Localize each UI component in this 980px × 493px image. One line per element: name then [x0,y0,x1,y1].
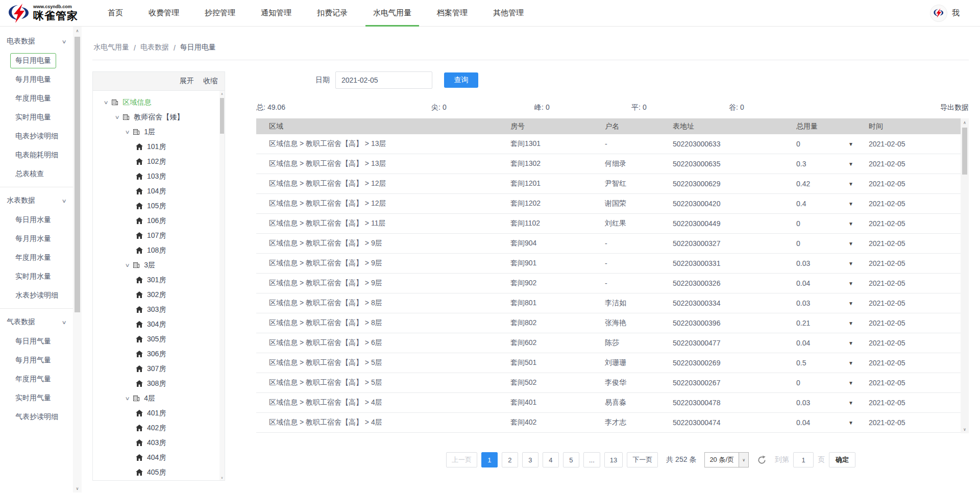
sidebar-item-electric-reading-detail[interactable]: 电表抄读明细 [0,127,73,145]
row-expand-arrow-icon[interactable]: ▼ [848,420,853,426]
tree-node-room[interactable]: 304房 [93,317,225,332]
search-button[interactable]: 查询 [444,72,478,88]
table-row[interactable]: 区域信息 > 教职工宿舍【高】 > 11层 套间1102 刘红果 5022030… [256,214,961,234]
sidebar-item-water-reading-detail[interactable]: 水表抄读明细 [0,286,73,305]
table-row[interactable]: 区域信息 > 教职工宿舍【高】 > 8层 套间802 张海艳 502203000… [256,313,961,333]
refresh-button[interactable] [757,455,767,465]
page-button-2[interactable]: 2 [502,452,518,467]
tree-node-room[interactable]: 302房 [93,287,225,302]
tree-node-room[interactable]: 301房 [93,273,225,287]
tree-node-room[interactable]: 306房 [93,347,225,361]
goto-page-input[interactable] [793,452,814,467]
tree-node-room[interactable]: 405房 [93,465,225,480]
table-row[interactable]: 区域信息 > 教职工宿舍【高】 > 12层 套间1201 尹智红 5022030… [256,174,961,194]
tree-node-room[interactable]: 105房 [93,199,225,213]
table-row[interactable]: 区域信息 > 教职工宿舍【高】 > 6层 套间602 陈莎 5022030004… [256,333,961,353]
sidebar-item-realtime-electric[interactable]: 实时用电量 [0,108,73,127]
date-input[interactable] [335,71,432,89]
scroll-up-arrow-icon[interactable]: ∧ [219,91,225,96]
table-scrollbar[interactable]: ∧ ∨ [961,118,969,433]
tree-node-region-root[interactable]: ∨ 区域信息 [93,95,225,110]
export-data-button[interactable]: 导出数据 [940,103,969,112]
scrollbar-thumb[interactable] [962,128,967,175]
sidebar-scrollbar[interactable]: ∧ ∨ [73,27,82,492]
breadcrumb-electric-data[interactable]: 电表数据 [140,43,169,52]
table-row[interactable]: 区域信息 > 教职工宿舍【高】 > 4层 套间402 李才志 502203000… [256,413,961,433]
row-expand-arrow-icon[interactable]: ▼ [848,380,853,386]
sidebar-item-realtime-water[interactable]: 实时用水量 [0,267,73,286]
sidebar-section-electric[interactable]: 电表数据 ∨ [0,32,73,51]
tree-node-room[interactable]: 308房 [93,376,225,391]
table-row[interactable]: 区域信息 > 教职工宿舍【高】 > 12层 套间1202 谢国荣 5022030… [256,194,961,214]
page-button-3[interactable]: 3 [522,452,538,467]
tree-node-room[interactable]: 303房 [93,302,225,317]
row-expand-arrow-icon[interactable]: ▼ [848,281,853,286]
row-expand-arrow-icon[interactable]: ▼ [848,241,853,246]
table-row[interactable]: 区域信息 > 教职工宿舍【高】 > 8层 套间801 李洁如 502203000… [256,293,961,313]
row-expand-arrow-icon[interactable]: ▼ [848,141,853,147]
scroll-down-arrow-icon[interactable]: ∨ [73,484,82,492]
nav-item-billing[interactable]: 收费管理 [136,0,192,27]
table-row[interactable]: 区域信息 > 教职工宿舍【高】 > 9层 套间901 - 50220300033… [256,254,961,274]
row-expand-arrow-icon[interactable]: ▼ [848,340,853,346]
tree-collapse-all-button[interactable]: 收缩 [203,77,217,86]
row-expand-arrow-icon[interactable]: ▼ [848,221,853,227]
sidebar-item-yearly-water[interactable]: 年度用水量 [0,248,73,267]
tree-node-floor-4[interactable]: ∨ 4层 [93,391,225,406]
chevron-down-icon[interactable]: ∨ [104,100,109,105]
tree-node-room[interactable]: 404房 [93,450,225,465]
tree-node-room[interactable]: 401房 [93,406,225,421]
nav-item-home[interactable]: 首页 [95,0,136,27]
scroll-down-arrow-icon[interactable]: ∨ [219,475,225,480]
table-row[interactable]: 区域信息 > 教职工宿舍【高】 > 5层 套间502 李俊华 502203000… [256,373,961,393]
nav-item-other[interactable]: 其他管理 [480,0,536,27]
tree-node-building[interactable]: ∨ 教师宿舍【矮】 [93,110,225,125]
sidebar-item-realtime-gas[interactable]: 实时用气量 [0,388,73,407]
row-expand-arrow-icon[interactable]: ▼ [848,360,853,366]
row-expand-arrow-icon[interactable]: ▼ [848,400,853,406]
tree-node-floor-1[interactable]: ∨ 1层 [93,125,225,139]
user-menu[interactable]: 我 [952,8,960,18]
sidebar-item-daily-electric[interactable]: 每日用电量 [0,51,73,70]
tree-node-room[interactable]: 107房 [93,228,225,243]
chevron-down-icon[interactable]: ∨ [125,129,130,135]
row-expand-arrow-icon[interactable]: ▼ [848,181,853,187]
sidebar-section-gas[interactable]: 气表数据 ∨ [0,312,73,332]
row-expand-arrow-icon[interactable]: ▼ [848,301,853,306]
table-row[interactable]: 区域信息 > 教职工宿舍【高】 > 4层 套间401 易喜淼 502203000… [256,393,961,413]
prev-page-button[interactable]: 上一页 [446,452,477,467]
nav-item-notice[interactable]: 通知管理 [248,0,304,27]
breadcrumb-utility-usage[interactable]: 水电气用量 [93,43,129,52]
page-button-5[interactable]: 5 [563,452,579,467]
brand-logo[interactable]: www.csyndb.com 咪雀管家 [7,4,87,23]
tree-node-room[interactable]: 103房 [93,169,225,184]
page-size-select[interactable]: 20 条/页 ∨ [704,452,749,467]
tree-node-room[interactable]: 101房 [93,139,225,154]
tree-node-room[interactable]: 307房 [93,361,225,376]
sidebar-item-yearly-electric[interactable]: 年度用电量 [0,89,73,108]
page-button-1[interactable]: 1 [481,452,498,467]
nav-item-utility-usage[interactable]: 水电气用量 [360,0,424,27]
sidebar-item-monthly-water[interactable]: 每月用水量 [0,229,73,248]
sidebar-item-electric-energy-detail[interactable]: 电表能耗明细 [0,145,73,164]
page-ellipsis-button[interactable]: ... [583,452,600,467]
row-expand-arrow-icon[interactable]: ▼ [848,201,853,207]
chevron-down-icon[interactable]: ∨ [115,114,120,120]
tree-node-room[interactable]: 403房 [93,435,225,450]
row-expand-arrow-icon[interactable]: ▼ [848,161,853,167]
user-avatar[interactable] [930,5,947,22]
tree-node-room[interactable]: 305房 [93,332,225,347]
scrollbar-thumb[interactable] [220,98,224,134]
tree-node-room[interactable]: 104房 [93,184,225,199]
sidebar-item-daily-gas[interactable]: 每日用气量 [0,332,73,351]
page-button-4[interactable]: 4 [543,452,559,467]
sidebar-item-monthly-electric[interactable]: 每月用电量 [0,70,73,89]
table-row[interactable]: 区域信息 > 教职工宿舍【高】 > 5层 套间501 刘珊珊 502203000… [256,353,961,373]
page-button-13[interactable]: 13 [604,452,623,467]
chevron-down-icon[interactable]: ∨ [125,262,130,268]
scroll-up-arrow-icon[interactable]: ∧ [961,118,969,127]
row-expand-arrow-icon[interactable]: ▼ [848,261,853,266]
tree-scrollbar[interactable]: ∧ ∨ [219,91,225,480]
sidebar-item-gas-reading-detail[interactable]: 气表抄读明细 [0,407,73,426]
scrollbar-thumb[interactable] [75,37,80,312]
